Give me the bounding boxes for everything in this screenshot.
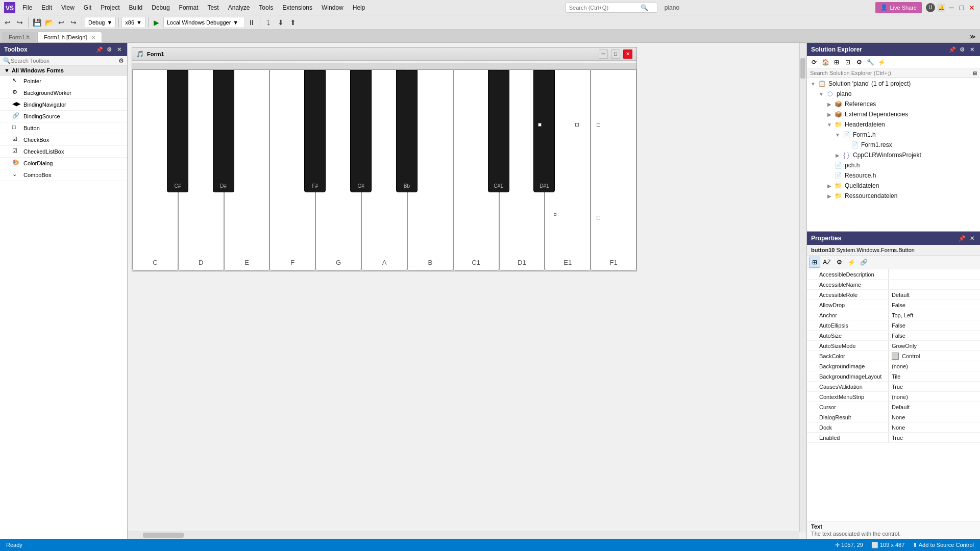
black-key-cs1[interactable]: C#1: [488, 70, 509, 192]
tree-pch[interactable]: 📄 pch.h: [807, 160, 980, 170]
black-key-bb[interactable]: Bb: [396, 70, 418, 192]
toolbox-item-checkedlistbox[interactable]: ☑ CheckedListBox: [0, 146, 127, 158]
prop-value-accessible-name[interactable]: [889, 280, 980, 289]
debugger-dropdown[interactable]: Local Windows Debugger ▼: [163, 17, 245, 28]
black-key-gs[interactable]: G#: [350, 70, 372, 192]
toolbox-overflow-btn[interactable]: ⚙: [118, 57, 124, 64]
menu-file[interactable]: File: [18, 2, 36, 13]
pause-btn[interactable]: ⏸: [246, 17, 257, 28]
tree-ressourcendateien[interactable]: 📁 Ressourcendateien: [807, 191, 980, 201]
config-dropdown[interactable]: Debug ▼: [85, 17, 116, 28]
menu-tools[interactable]: Tools: [255, 2, 277, 13]
toolbox-item-bindingnavigator[interactable]: ◀▶ BindingNavigator: [0, 99, 127, 111]
selection-handle-tm[interactable]: [575, 123, 579, 127]
prop-value-autosizemode[interactable]: GrowOnly: [889, 341, 980, 350]
prop-value-anchor[interactable]: Top, Left: [889, 310, 980, 320]
prop-value-dialogresult[interactable]: None: [889, 412, 980, 422]
selection-handle-tl[interactable]: [538, 123, 542, 127]
tab-form1h[interactable]: Form1.h: [2, 32, 36, 42]
prop-value-autoellipsis[interactable]: False: [889, 320, 980, 330]
step-into-btn[interactable]: ⬇: [275, 17, 286, 28]
tree-form1h[interactable]: 📄 Form1.h: [807, 130, 980, 140]
white-key-c1[interactable]: C1 C#1: [453, 69, 499, 271]
prop-value-cursor[interactable]: Default: [889, 402, 980, 412]
tree-solution[interactable]: 📋 Solution 'piano' (1 of 1 project): [807, 79, 980, 89]
se-tb-btn-4[interactable]: ⊡: [843, 57, 853, 67]
tree-form1resx[interactable]: 📄 Form1.resx: [807, 140, 980, 150]
prop-value-autosize[interactable]: False: [889, 331, 980, 340]
step-over-btn[interactable]: ⤵: [263, 17, 274, 28]
canvas-hscroll[interactable]: [128, 532, 799, 539]
tab-close-icon[interactable]: ✕: [91, 35, 95, 40]
toolbox-item-colordialog[interactable]: 🎨 ColorDialog: [0, 158, 127, 169]
se-tb-btn-6[interactable]: 🔧: [865, 57, 875, 67]
toolbox-item-backgroundworker[interactable]: ⚙ BackgroundWorker: [0, 87, 127, 99]
step-out-btn[interactable]: ⬆: [287, 17, 299, 28]
maximize-app-button[interactable]: □: [958, 4, 966, 12]
prop-value-backcolor[interactable]: Control: [889, 351, 980, 361]
tree-cppcllr[interactable]: { } CppCLRWinformsProjekt: [807, 150, 980, 160]
selection-handle-center[interactable]: [554, 213, 556, 216]
black-key-ds1[interactable]: D#1: [533, 70, 555, 192]
toolbox-pin-btn[interactable]: 📌: [95, 45, 104, 54]
tab-form1h-design[interactable]: Form1.h [Design] ✕: [37, 32, 102, 42]
toolbar-open-btn[interactable]: 📂: [43, 17, 55, 28]
toolbox-close-btn[interactable]: ✕: [115, 45, 123, 54]
toolbox-category-all-windows-forms[interactable]: ▼ All Windows Forms: [0, 66, 127, 76]
minimize-app-button[interactable]: ─: [947, 4, 955, 12]
prop-properties-btn[interactable]: ⚙: [834, 257, 845, 268]
menu-git[interactable]: Git: [80, 2, 95, 13]
prop-value-bgimage[interactable]: (none): [889, 361, 980, 371]
toolbar-fwd-btn[interactable]: ↪: [14, 17, 26, 28]
prop-categorized-btn[interactable]: ⊞: [809, 257, 820, 268]
form-close-button[interactable]: ✕: [623, 49, 632, 59]
prop-value-allowdrop[interactable]: False: [889, 300, 980, 310]
run-button[interactable]: ▶: [151, 17, 162, 28]
toolbox-menu-btn[interactable]: ⚙: [105, 45, 113, 54]
user-avatar[interactable]: U: [926, 3, 935, 12]
tree-external-dependencies[interactable]: 📦 External Dependencies: [807, 109, 980, 119]
menu-analyze[interactable]: Analyze: [224, 2, 254, 13]
selection-handle-mr[interactable]: [597, 216, 600, 219]
prop-value-accessible-role[interactable]: Default: [889, 290, 980, 299]
menu-build[interactable]: Build: [125, 2, 147, 13]
tab-overflow-button[interactable]: ≫: [967, 31, 978, 42]
white-key-c[interactable]: C C#: [132, 69, 178, 271]
prop-propbind-btn[interactable]: 🔗: [858, 257, 869, 268]
menu-edit[interactable]: Edit: [37, 2, 56, 13]
toolbar-undo-btn[interactable]: ↩: [56, 17, 67, 28]
se-pin-btn[interactable]: 📌: [948, 45, 957, 54]
search-box[interactable]: 🔍: [566, 3, 657, 13]
menu-format[interactable]: Format: [175, 2, 203, 13]
menu-extensions[interactable]: Extensions: [278, 2, 316, 13]
canvas-vscroll-thumb[interactable]: [800, 58, 805, 79]
se-tb-btn-3[interactable]: ⊞: [831, 57, 842, 67]
black-key-cs[interactable]: C#: [167, 70, 188, 192]
toolbar-back-btn[interactable]: ↩: [2, 17, 13, 28]
black-key-ds[interactable]: D#: [213, 70, 234, 192]
toolbox-item-combobox[interactable]: ⌄ ComboBox: [0, 169, 127, 181]
se-tb-btn-7[interactable]: ⚡: [876, 57, 887, 67]
menu-view[interactable]: View: [57, 2, 79, 13]
tree-references[interactable]: 📦 References: [807, 99, 980, 109]
prop-value-contextmenustrip[interactable]: (none): [889, 392, 980, 402]
prop-value-bgimagelayout[interactable]: Tile: [889, 371, 980, 381]
se-search-expand-icon[interactable]: ⊞: [973, 70, 977, 76]
toolbox-search-input[interactable]: [11, 58, 118, 64]
selection-handle-tr[interactable]: [597, 123, 600, 127]
white-key-f[interactable]: F F#: [270, 69, 315, 271]
white-key-f1[interactable]: F1: [591, 69, 636, 271]
menu-debug[interactable]: Debug: [148, 2, 174, 13]
se-search-input[interactable]: [810, 70, 973, 76]
toolbox-item-pointer[interactable]: ↖ Pointer: [0, 76, 127, 87]
menu-window[interactable]: Window: [317, 2, 348, 13]
toolbox-search-box[interactable]: 🔍 ⚙: [0, 56, 127, 66]
live-share-button[interactable]: 👤 Live Share: [875, 2, 922, 13]
prop-alphabetical-btn[interactable]: AZ: [821, 257, 832, 268]
toolbox-item-button[interactable]: □ Button: [0, 122, 127, 134]
prop-pin-btn[interactable]: 📌: [958, 234, 966, 242]
tree-resourceh[interactable]: 📄 Resource.h: [807, 170, 980, 181]
prop-close-btn[interactable]: ✕: [968, 234, 976, 242]
prop-events-btn[interactable]: ⚡: [846, 257, 857, 268]
source-control[interactable]: ⬆ Add to Source Control: [913, 542, 974, 548]
